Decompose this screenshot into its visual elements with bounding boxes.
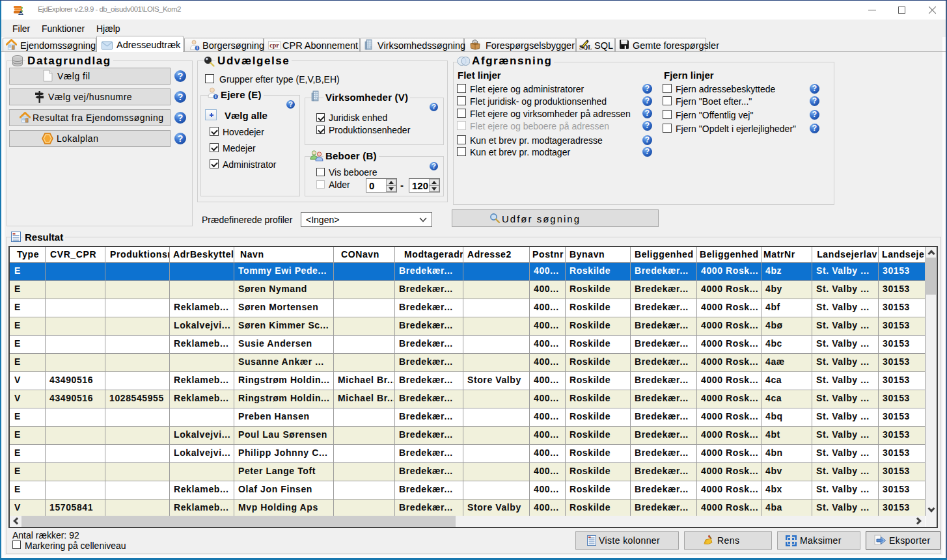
svg-text:i: i — [197, 46, 198, 50]
svg-text:cpr: cpr — [269, 42, 279, 49]
svg-text:i: i — [215, 94, 216, 99]
